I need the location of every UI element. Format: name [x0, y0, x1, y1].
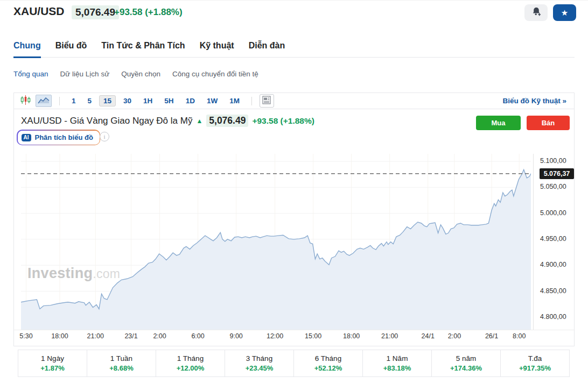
- timeframe-5[interactable]: 5: [83, 95, 96, 106]
- perf-label: 1 Năm: [387, 354, 408, 362]
- y-axis-label: 5.050,00: [540, 183, 566, 190]
- x-axis-label: 18:00: [51, 332, 68, 340]
- x-axis-label: 12:00: [267, 332, 283, 340]
- price-chart[interactable]: [21, 154, 531, 330]
- price-axis-divider: [533, 154, 534, 330]
- info-icon[interactable]: i: [100, 132, 109, 141]
- perf-cell-2[interactable]: 1 Tháng+12.00%: [156, 350, 225, 376]
- create-alert-button[interactable]: [524, 4, 548, 21]
- perf-value: +83.18%: [383, 364, 411, 372]
- perf-label: 1 Tuần: [110, 354, 132, 362]
- sell-button[interactable]: Bán: [527, 116, 570, 130]
- instrument-change: +93.58 (+1.88%): [114, 7, 183, 18]
- ai-analysis-label: Phân tích biểu đồ: [35, 133, 93, 141]
- ai-badge-icon: AI: [22, 134, 31, 141]
- x-axis-label: 6:00: [191, 332, 204, 340]
- instrument-page: XAU/USD 5,076.49 +93.58 (+1.88%) ★ Chung…: [0, 0, 588, 391]
- perf-cell-7[interactable]: T.đa+917.35%: [501, 350, 569, 376]
- perf-label: 1 Ngày: [41, 354, 64, 362]
- x-axis-label: 24/1: [422, 332, 435, 340]
- y-axis-label: 4.900,00: [540, 261, 566, 268]
- perf-label: T.đa: [528, 354, 542, 362]
- timeframe-5H[interactable]: 5H: [160, 95, 178, 106]
- main-tab-0[interactable]: Chung: [13, 41, 41, 58]
- perf-cell-0[interactable]: 1 Ngày+1.87%: [18, 350, 87, 376]
- perf-label: 6 Tháng: [315, 354, 341, 362]
- technical-chart-link[interactable]: Biểu đồ Kỹ thuật »: [502, 97, 566, 105]
- perf-value: +52.12%: [314, 364, 342, 372]
- timeframe-1W[interactable]: 1W: [202, 95, 222, 106]
- toolbar-divider: [59, 97, 60, 105]
- timeframe-30[interactable]: 30: [119, 95, 136, 106]
- up-arrow-icon: ▲: [196, 117, 202, 125]
- candlestick-chart-button[interactable]: [20, 95, 31, 107]
- perf-value: +917.35%: [519, 364, 551, 372]
- star-icon: ★: [561, 8, 568, 18]
- perf-cell-1[interactable]: 1 Tuần+8.68%: [87, 350, 156, 376]
- perf-label: 3 Tháng: [246, 354, 272, 362]
- timeframe-15[interactable]: 15: [99, 95, 116, 106]
- timeframe-selector: 1515301H5H1D1W1M: [67, 95, 244, 106]
- sub-tab-3[interactable]: Công cụ chuyển đổi tiền tệ: [172, 70, 258, 78]
- y-axis-label: 5.000,00: [540, 209, 566, 217]
- x-axis-label: 9:00: [229, 332, 242, 340]
- perf-cell-4[interactable]: 6 Tháng+52.12%: [294, 350, 363, 376]
- news-events-button[interactable]: [260, 94, 274, 108]
- perf-cell-3[interactable]: 3 Tháng+23.45%: [225, 350, 294, 376]
- y-axis-label: 4.950,00: [540, 235, 566, 243]
- last-price-tag: 5.076,37: [540, 168, 574, 179]
- buy-button[interactable]: Mua: [476, 116, 521, 130]
- main-tab-4[interactable]: Diễn đàn: [249, 41, 285, 58]
- chart-title: XAU/USD - Giá Vàng Giao Ngay Đô la Mỹ: [21, 116, 192, 126]
- perf-cell-5[interactable]: 1 Năm+83.18%: [363, 350, 432, 376]
- timeframe-1M[interactable]: 1M: [225, 95, 244, 106]
- main-tab-3[interactable]: Kỹ thuật: [200, 41, 234, 58]
- perf-value: +174.36%: [450, 364, 482, 372]
- y-axis-label: 5.100,00: [540, 157, 566, 165]
- timeframe-1[interactable]: 1: [67, 95, 80, 106]
- x-axis-label: 15:00: [305, 332, 321, 340]
- perf-value: +23.45%: [246, 364, 274, 372]
- time-axis-divider: [14, 330, 574, 330]
- x-axis-label: 2:00: [448, 332, 461, 340]
- sub-tabs: Tổng quanDữ liệu Lịch sửQuyền chọnCông c…: [13, 70, 258, 78]
- sub-tab-1[interactable]: Dữ liệu Lịch sử: [60, 70, 110, 78]
- instrument-symbol: XAU/USD: [13, 5, 65, 18]
- top-divider: [0, 0, 588, 1]
- favorite-star-button[interactable]: ★: [553, 4, 576, 21]
- chart-change: +93.58 (+1.88%): [252, 116, 314, 126]
- x-axis-label: 26/1: [485, 332, 498, 340]
- x-axis-label: 18:00: [343, 332, 360, 340]
- x-axis-label: 21:00: [381, 332, 398, 340]
- perf-label: 1 Tháng: [177, 354, 204, 362]
- sub-tab-2[interactable]: Quyền chọn: [121, 70, 160, 78]
- ai-analysis-button[interactable]: AI Phân tích biểu đồ: [17, 130, 100, 145]
- sub-tab-0[interactable]: Tổng quan: [13, 70, 48, 78]
- performance-table: 1 Ngày+1.87%1 Tuần+8.68%1 Tháng+12.00%3 …: [18, 350, 570, 377]
- timeframe-1D[interactable]: 1D: [181, 95, 199, 106]
- chart-card: 1515301H5H1D1W1M Biểu đồ Kỹ thuật » XA: [13, 93, 575, 346]
- area-chart-icon: [38, 96, 50, 106]
- area-chart-button[interactable]: [36, 95, 52, 107]
- instrument-price: 5,076.49: [72, 5, 119, 19]
- x-axis-label: 23/1: [124, 332, 137, 340]
- toolbar-divider: [251, 97, 252, 105]
- perf-value: +8.68%: [109, 364, 133, 372]
- perf-label: 5 năm: [456, 354, 477, 362]
- chart-toolbar: 1515301H5H1D1W1M Biểu đồ Kỹ thuật »: [14, 93, 574, 109]
- main-tabs: ChungBiểu đồTin Tức & Phân TíchKỹ thuậtD…: [13, 41, 575, 58]
- x-axis-label: 5:30: [19, 332, 32, 340]
- perf-value: +1.87%: [40, 364, 64, 372]
- chart-price: 5,076.49: [206, 115, 248, 127]
- main-tab-1[interactable]: Biểu đồ: [55, 41, 87, 58]
- candlestick-icon: [20, 95, 31, 107]
- perf-value: +12.00%: [177, 364, 205, 372]
- perf-cell-6[interactable]: 5 năm+174.36%: [432, 350, 501, 376]
- x-axis-label: 8:00: [513, 332, 526, 340]
- y-axis-label: 4.800,00: [540, 313, 566, 321]
- main-tab-2[interactable]: Tin Tức & Phân Tích: [101, 41, 185, 58]
- timeframe-1H[interactable]: 1H: [139, 95, 157, 106]
- news-icon: [262, 96, 271, 106]
- bell-plus-icon: [531, 6, 542, 19]
- y-axis-label: 4.850,00: [540, 287, 566, 295]
